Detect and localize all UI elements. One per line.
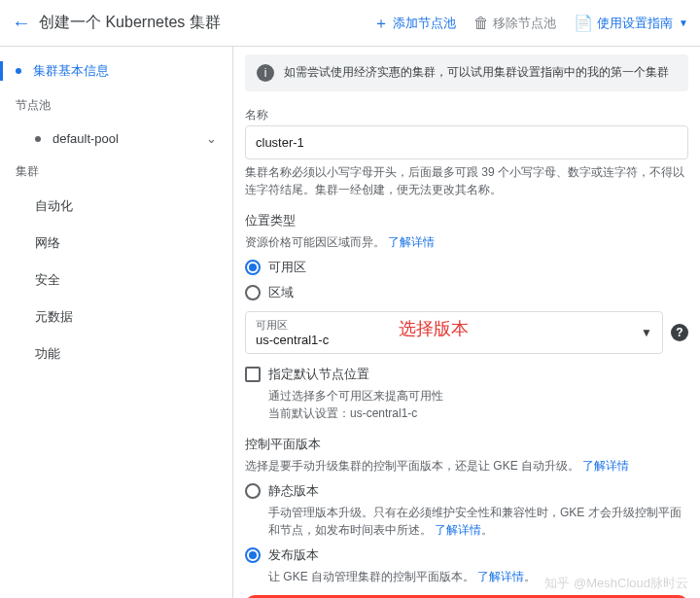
sidebar-label: 集群基本信息 — [33, 62, 109, 80]
chevron-down-icon: ⌄ — [206, 131, 217, 146]
radio-icon — [245, 483, 261, 499]
guide-icon: 📄 — [574, 16, 593, 31]
learn-more-link[interactable]: 了解详情 — [582, 459, 629, 473]
sidebar-item-network[interactable]: 网络 — [0, 225, 232, 262]
sidebar-item-security[interactable]: 安全 — [0, 262, 232, 299]
location-type-heading: 位置类型 — [245, 212, 688, 229]
radio-static-version[interactable]: 静态版本 手动管理版本升级。只有在必须维护安全性和兼容性时，GKE 才会升级控制… — [245, 482, 688, 539]
radio-icon — [245, 285, 261, 300]
radio-icon — [245, 547, 261, 563]
bullet-icon — [16, 68, 21, 74]
radio-region[interactable]: 区域 — [245, 284, 688, 301]
cluster-name-input[interactable] — [245, 125, 688, 159]
info-text: 如需尝试使用经济实惠的集群，可以试用集群设置指南中的我的第一个集群 — [284, 64, 669, 81]
add-node-pool-button[interactable]: ＋ 添加节点池 — [373, 15, 456, 32]
sidebar-item-default-pool[interactable]: default-pool ⌄ — [0, 122, 232, 156]
learn-more-link[interactable]: 了解详情 — [477, 570, 524, 583]
info-icon: i — [257, 64, 274, 82]
radio-release-channel[interactable]: 发布版本 让 GKE 自动管理集群的控制平面版本。 了解详情。 — [245, 546, 688, 585]
main-content: i 如需尝试使用经济实惠的集群，可以试用集群设置指南中的我的第一个集群 名称 集… — [233, 47, 700, 598]
sidebar-item-basic-info[interactable]: 集群基本信息 — [0, 53, 232, 89]
release-help: 让 GKE 自动管理集群的控制平面版本。 了解详情。 — [268, 568, 688, 585]
default-loc-help: 通过选择多个可用区来提高可用性 当前默认设置：us-central1-c — [245, 387, 688, 422]
sidebar-item-metadata[interactable]: 元数据 — [0, 299, 232, 335]
sidebar-item-features[interactable]: 功能 — [0, 335, 232, 372]
radio-icon — [245, 260, 261, 275]
chevron-down-icon: ▼ — [679, 18, 688, 28]
name-help: 集群名称必须以小写字母开头，后面最多可跟 39 个小写字母、数字或连字符，不得以… — [245, 163, 688, 198]
setup-guide-button[interactable]: 📄 使用设置指南 ▼ — [574, 15, 688, 32]
sidebar-group-cluster: 集群 — [0, 156, 232, 188]
back-arrow-icon[interactable]: ← — [12, 8, 39, 38]
learn-more-link[interactable]: 了解详情 — [388, 235, 435, 249]
checkbox-icon — [245, 367, 261, 382]
bullet-icon — [35, 136, 41, 142]
trash-icon: 🗑 — [473, 16, 489, 31]
checkbox-label: 指定默认节点位置 — [268, 366, 369, 383]
control-plane-help: 选择是要手动升级集群的控制平面版本，还是让 GKE 自动升级。 了解详情 — [245, 457, 688, 475]
name-label: 名称 — [245, 107, 688, 123]
add-pool-label: 添加节点池 — [393, 15, 456, 32]
default-location-checkbox[interactable]: 指定默认节点位置 — [245, 366, 688, 383]
add-icon: ＋ — [373, 16, 389, 31]
remove-node-pool-button: 🗑 移除节点池 — [473, 15, 556, 32]
info-banner: i 如需尝试使用经济实惠的集群，可以试用集群设置指南中的我的第一个集群 — [245, 54, 688, 91]
pool-label: default-pool — [52, 131, 119, 146]
sidebar-item-automation[interactable]: 自动化 — [0, 188, 232, 225]
learn-more-link[interactable]: 了解详情 — [435, 523, 481, 537]
radio-zone[interactable]: 可用区 — [245, 259, 688, 276]
page-title: 创建一个 Kubernetes 集群 — [39, 13, 221, 33]
location-help: 资源价格可能因区域而异。 了解详情 — [245, 233, 688, 251]
sidebar: 集群基本信息 节点池 default-pool ⌄ 集群 自动化 网络 安全 元… — [0, 47, 233, 598]
sidebar-group-node-pools: 节点池 — [0, 89, 232, 122]
control-plane-heading: 控制平面版本 — [245, 436, 688, 453]
static-help: 手动管理版本升级。只有在必须维护安全性和兼容性时，GKE 才会升级控制平面和节点… — [268, 504, 688, 539]
annotation-select-version: 选择版本 — [399, 317, 469, 340]
dropdown-icon: ▼ — [641, 326, 652, 339]
setup-guide-label: 使用设置指南 — [597, 15, 673, 32]
help-icon[interactable]: ? — [671, 324, 688, 341]
remove-pool-label: 移除节点池 — [493, 15, 556, 32]
